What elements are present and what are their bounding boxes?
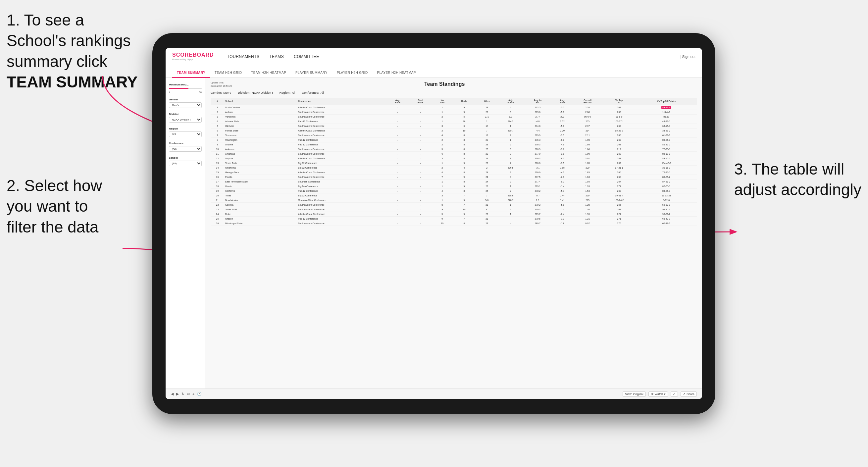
table-cell: New Mexico [224,198,297,203]
table-cell: -5.0 [552,124,572,128]
toolbar-back-icon[interactable]: ◀ [171,392,174,396]
tab-player-summary[interactable]: PLAYER SUMMARY [291,68,332,78]
nav-teams[interactable]: TEAMS [270,53,284,60]
sign-out-button[interactable]: Sign out [680,55,695,59]
table-cell: 1 [432,198,453,203]
table-cell: 2 [432,137,453,142]
table-cell: -5.1 [552,179,572,184]
table-cell: 23 [475,221,498,225]
tab-team-h2h-heatmap[interactable]: TEAM H2H HEATMAP [246,68,291,78]
table-cell: 23 [475,142,498,147]
view-original-button[interactable]: View: Original [623,392,646,397]
table-row: 21New MexicoMountain West Conference--19… [211,198,697,203]
table-cell: 278.7 [498,198,523,203]
table-cell: 215 [572,198,602,203]
toolbar-forward-icon[interactable]: ▶ [176,392,179,396]
table-cell: 276.9 [523,170,552,175]
toolbar-add-icon[interactable]: + [192,392,194,396]
table-cell: Big 12 Conference [297,161,386,165]
table-cell: 1 [498,212,523,216]
table-cell: 270 [602,221,636,225]
table-cell: 12 [211,156,224,161]
table-cell: 6.2 [498,114,523,119]
table-cell: 9 [453,161,476,165]
table-cell: 30 [475,207,498,212]
table-cell: 83-25-1 [636,188,697,193]
instruction-3-line1: 3. The table will [734,160,844,178]
table-cell: - [409,147,432,151]
filter-conference-label: Conference [169,142,202,145]
table-cell: 80-25-2 [636,175,697,179]
toolbar-left: ◀ ▶ ↻ ⧉ + 🕐 [171,392,202,396]
tablet-screen: SCOREBOARD Powered by clippi TOURNAMENTS… [165,48,702,399]
table-cell: 2.37 [572,124,602,128]
table-cell: 10 [453,128,476,133]
table-cell: 279.5 [523,216,552,221]
table-cell: 1 [432,110,453,114]
table-row: 7TennesseeSoutheastern Conference--48182… [211,133,697,137]
table-cell: 1.86 [572,147,602,151]
table-cell: 26 [453,119,476,124]
table-cell: 17 [211,179,224,184]
filter-region-select[interactable]: N/A East West [169,131,202,137]
table-cell: 6 [453,124,476,128]
table-cell: - [386,170,409,175]
filter-division-select[interactable]: NCAA Division I NCAA Division II [169,117,202,123]
table-cell: 82-18-1 [636,151,697,156]
table-cell: - [386,142,409,147]
tab-player-h2h-grid[interactable]: PLAYER H2H GRID [332,68,373,78]
table-cell: California [224,188,297,193]
table-cell: 14 [211,165,224,170]
tab-player-h2h-heatmap[interactable]: PLAYER H2H HEATMAP [372,68,420,78]
table-cell: 6 [432,151,453,156]
table-cell: - [409,188,432,193]
table-cell: - [409,216,432,221]
filter-gender-select[interactable]: Men's Women's [169,102,202,108]
logo-area: SCOREBOARD Powered by clippi [172,52,214,61]
table-cell: 8 [453,188,476,193]
table-cell: - [409,170,432,175]
table-cell: 1.85 [572,170,602,175]
watch-button[interactable]: 👁 Watch ▾ [648,392,668,397]
table-cell: 265 [602,133,636,137]
table-cell: 8 [453,133,476,137]
table-cell: 3 [432,193,453,198]
nav-committee[interactable]: COMMITTEE [294,53,319,60]
table-cell: -5.8 [552,203,572,207]
table-cell: 279.2 [523,203,552,207]
toolbar-clock-icon[interactable]: 🕐 [197,392,202,396]
table-cell: Southeastern Conference [297,175,386,179]
toolbar-refresh-icon[interactable]: ↻ [182,392,184,396]
table-cell: 24 [475,179,498,184]
table-cell: 1 [432,161,453,165]
filter-conference-select[interactable]: (All) [169,146,202,152]
table-cell: 24 [475,188,498,193]
share-button[interactable]: ↗ Share [681,392,697,397]
table-cell: 8 [453,156,476,161]
table-cell: 1 [432,184,453,188]
table-cell: 260 [602,188,636,193]
table-cell: 1.85 [572,161,602,165]
table-row: 8WashingtonPac-12 Conference--28231276.3… [211,137,697,142]
table-row: 26Mississippi StateSoutheastern Conferen… [211,221,697,225]
table-cell: Vanderbilt [224,114,297,119]
table-cell: -2.9 [552,175,572,179]
filter-school-select[interactable]: (All) [169,161,202,166]
expand-button[interactable]: ⤢ [671,392,678,397]
table-cell: 7 [475,193,498,198]
col-conference: Conference [297,98,386,105]
table-cell: Pac-12 Conference [297,142,386,147]
table-cell: 221 [602,212,636,216]
instruction-2: 2. Select how you want to filter the dat… [7,176,102,238]
toolbar-copy-icon[interactable]: ⧉ [187,392,190,396]
tab-team-h2h-grid[interactable]: TEAM H2H GRID [210,68,246,78]
table-cell: 8 [453,142,476,147]
tab-team-summary[interactable]: TEAM SUMMARY [172,68,210,78]
table-cell: 276.9 [523,147,552,151]
table-cell: Arkansas [224,151,297,156]
table-cell: Alabama [224,147,297,151]
table-cell: 271 [602,184,636,188]
table-cell: 1.28 [572,203,602,207]
nav-tournaments[interactable]: TOURNAMENTS [227,53,260,60]
table-cell: 1 [432,179,453,184]
